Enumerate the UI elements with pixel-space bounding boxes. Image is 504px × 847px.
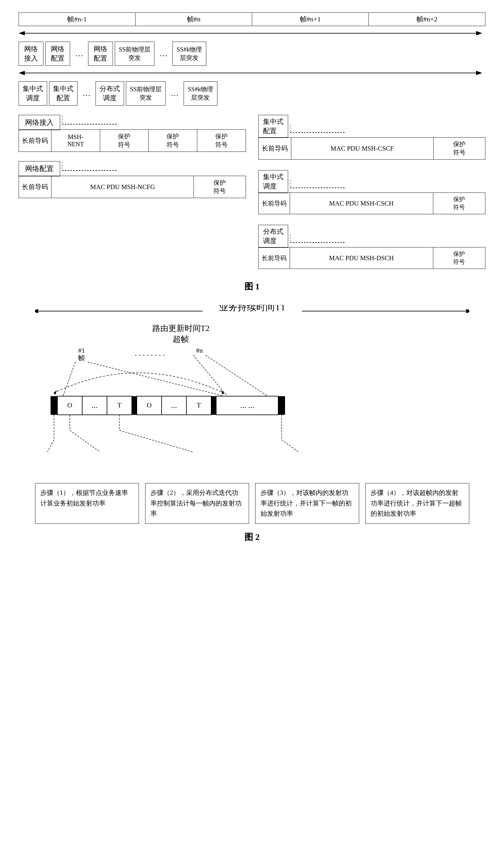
prot-sym-2: 保护 符号 [148, 130, 197, 152]
centralized-sched-block: 集中式 调度 长前导码 MAC PDU MSH-CSCH 保护 符号 [258, 170, 486, 214]
svg-text:...: ... [91, 401, 98, 410]
centralized-sched-label: 集中式 调度 [258, 170, 288, 193]
prot-sym-cscf: 保护 符号 [434, 138, 485, 159]
frame-n-plus-2: 帧#n+2 [369, 13, 485, 26]
net-config-label: 网络配置 [19, 161, 60, 176]
cscf-pdu-row: 长前导码 MAC PDU MSH-CSCF 保护 符号 [258, 137, 486, 160]
ellipsis-2: … [156, 41, 170, 66]
preamble-net-config: 长前导码 [19, 176, 52, 198]
steps-area: 步骤（1），根据节点业务速率计算业务初始发射功率 步骤（2），采用分布式迭代功率… [35, 483, 469, 524]
svg-line-53 [282, 440, 299, 452]
svg-text:...: ... [171, 401, 177, 410]
box-net-config-2: 网络 配置 [88, 41, 113, 66]
svg-rect-42 [211, 396, 216, 415]
box-ss-phy-4: SS#k物理 层突发 [184, 81, 217, 106]
box-ss-phy-1: SS前物理层 突发 [115, 41, 155, 66]
ellipsis-3: … [79, 81, 94, 106]
net-config-block: 网络配置 长前导码 MAC PDU MSH-NCFG 保护 符号 [19, 161, 246, 198]
msh-csch-cell: MAC PDU MSH-CSCH [290, 193, 433, 214]
fig2-diagram-area: 路由更新时间T2 超帧 #1 帧 #n [19, 322, 485, 483]
svg-line-47 [48, 440, 54, 452]
distributed-sched-block: 分布式 调度 长前导码 MAC PDU MSH-DSCH 保护 符号 [258, 225, 486, 269]
svg-line-25 [193, 355, 227, 396]
svg-line-26 [205, 355, 268, 396]
dashed-bracket-net-config [62, 162, 124, 171]
sub-diagrams: 网络接入 长前导码 MSH- NENT 保护 符号 保护 符号 保护 符号 [19, 115, 485, 273]
ellipsis-1: … [72, 41, 86, 66]
row2-boxes: 集中式 调度 集中式 配置 … 分布式 调度 SS前物理层 突发 … SS#k物… [19, 81, 485, 106]
double-arrow-1-svg [19, 29, 485, 38]
t1-arrow-row: 业务持续时间T1 业务持续时间T1 [19, 305, 485, 317]
box-ss-phy-3: SS前物理层 突发 [126, 81, 166, 106]
frame-n-plus-1: 帧#n+1 [252, 13, 369, 26]
ellipsis-4: … [167, 81, 182, 106]
step-4-box: 步骤（4），对该超帧内的发射功率进行统计，并计算下一超帧的初始发射功率 [365, 483, 469, 524]
centralized-config-block: 集中式 配置 长前导码 MAC PDU MSH-CSCF 保护 符号 [258, 115, 486, 160]
centralized-config-label: 集中式 配置 [258, 115, 288, 138]
svg-text:#1: #1 [78, 346, 85, 354]
prot-sym-csch: 保护 符号 [433, 193, 485, 214]
figure-1: 帧#n-1 帧#n 帧#n+1 帧#n+2 网络 接入 网络 配 [19, 13, 485, 293]
svg-marker-19 [54, 390, 57, 395]
box-centralized-config-1: 集中式 配置 [49, 81, 77, 106]
svg-line-49 [70, 430, 100, 452]
dashed-bracket-net-access [62, 116, 124, 125]
svg-text:. . . . . . . .: . . . . . . . . [134, 349, 165, 358]
svg-text:路由更新时间T2: 路由更新时间T2 [152, 324, 209, 333]
preamble-csch: 长前导码 [259, 193, 290, 214]
box-distributed-sched-1: 分布式 调度 [95, 81, 124, 106]
page: 帧#n-1 帧#n 帧#n+1 帧#n+2 网络 接入 网络 配 [0, 0, 504, 555]
frame-n: 帧#n [136, 13, 252, 26]
step-3-box: 步骤（3），对该帧内的发射功率进行统计，并计算下一帧的初始发射功率 [255, 483, 359, 524]
net-access-label: 网络接入 [19, 115, 60, 130]
frame-n-minus-1: 帧#n-1 [19, 13, 136, 26]
msh-ncfg-cell: MAC PDU MSH-NCFG [52, 176, 194, 198]
svg-rect-35 [132, 396, 137, 415]
svg-text:帧: 帧 [78, 354, 85, 362]
svg-rect-28 [51, 396, 57, 415]
dsch-pdu-row: 长前导码 MAC PDU MSH-DSCH 保护 符号 [258, 247, 486, 269]
prot-sym-1: 保护 符号 [100, 130, 149, 152]
csch-pdu-row: 长前导码 MAC PDU MSH-CSCH 保护 符号 [258, 192, 486, 214]
preamble-dsch: 长前导码 [259, 247, 290, 269]
prot-sym-ncfg: 保护 符号 [194, 176, 245, 198]
net-access-pdu-row: 长前导码 MSH- NENT 保护 符号 保护 符号 保护 符号 [19, 129, 246, 152]
svg-text:O: O [147, 401, 152, 409]
row2-arrow [19, 68, 485, 80]
fig2-caption: 图 2 [19, 531, 485, 543]
box-ss-phy-2: SS#k物理 层突发 [173, 41, 206, 66]
net-config-pdu-row: 长前导码 MAC PDU MSH-NCFG 保护 符号 [19, 176, 246, 198]
box-net-config-1: 网络 配置 [45, 41, 70, 66]
box-centralized-sched-1: 集中式 调度 [19, 81, 47, 106]
svg-text:... ...: ... ... [240, 401, 254, 410]
svg-rect-45 [278, 396, 285, 415]
dashed-bracket-csch [290, 180, 352, 188]
t1-arrow-svg: 业务持续时间T1 业务持续时间T1 [35, 305, 469, 317]
preamble-net-access: 长前导码 [19, 130, 52, 152]
frame-labels-row: 帧#n-1 帧#n 帧#n+1 帧#n+2 [19, 13, 485, 26]
msh-nent-cell: MSH- NENT [52, 130, 100, 152]
step-1-box: 步骤（1），根据节点业务速率计算业务初始发射功率 [35, 483, 139, 524]
fig1-caption: 图 1 [19, 281, 485, 293]
fig2-main-svg: 路由更新时间T2 超帧 #1 帧 #n [20, 322, 485, 483]
svg-text:T: T [117, 401, 122, 409]
row1-boxes: 网络 接入 网络 配置 … 网络 配置 SS前物理层 突发 … SS#k物理 层… [19, 41, 485, 66]
svg-text:业务持续时间T1: 业务持续时间T1 [219, 305, 285, 312]
net-access-block: 网络接入 长前导码 MSH- NENT 保护 符号 保护 符号 保护 符号 [19, 115, 246, 152]
svg-text:O: O [67, 401, 72, 409]
svg-marker-18 [221, 390, 224, 395]
dashed-bracket-dsch [290, 235, 352, 243]
sub-diagram-left: 网络接入 长前导码 MSH- NENT 保护 符号 保护 符号 保护 符号 [19, 115, 246, 198]
svg-line-51 [120, 430, 193, 452]
msh-cscf-cell: MAC PDU MSH-CSCF [291, 138, 434, 159]
dashed-bracket-cscf [290, 124, 352, 133]
sub-diagram-right: 集中式 配置 长前导码 MAC PDU MSH-CSCF 保护 符号 集中式 调… [258, 115, 486, 273]
box-net-access: 网络 接入 [19, 41, 43, 66]
msh-dsch-cell: MAC PDU MSH-DSCH [290, 247, 433, 269]
step-2-box: 步骤（2），采用分布式迭代功率控制算法计每一帧内的发射功率 [145, 483, 249, 524]
preamble-cscf: 长前导码 [259, 138, 291, 159]
distributed-sched-label: 分布式 调度 [258, 225, 288, 248]
svg-text:T: T [197, 401, 201, 409]
svg-text:超帧: 超帧 [173, 335, 189, 344]
prot-sym-dsch: 保护 符号 [433, 247, 485, 269]
